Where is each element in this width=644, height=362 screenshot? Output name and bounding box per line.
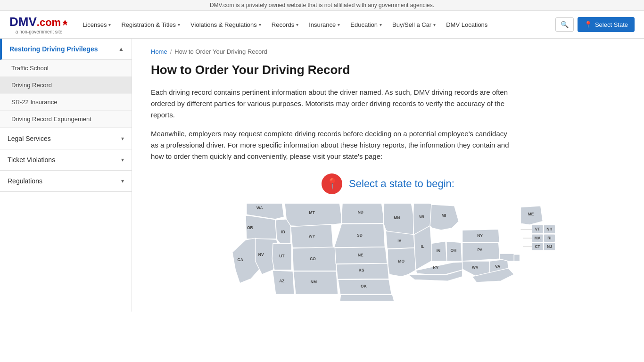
state-nj[interactable] [544,243,555,251]
chevron-down-icon: ▾ [121,178,124,184]
state-nd[interactable] [341,204,383,223]
logo[interactable]: DMV . com a non-government site [9,15,68,34]
nav-licenses[interactable]: Licenses ▾ [78,17,116,32]
state-tx[interactable] [339,295,395,301]
state-ne[interactable] [335,247,387,264]
state-ut[interactable] [272,243,291,270]
sidebar-section-title-restoring: Restoring Driving Privileges [9,45,98,53]
pin-circle-icon: 📍 [322,173,342,194]
chevron-down-icon: ▾ [259,22,261,27]
chevron-up-icon: ▲ [118,46,124,52]
state-select-text: Select a state to begin: [349,178,454,190]
state-ma[interactable] [532,234,543,242]
state-sd[interactable] [334,223,385,247]
nav-education[interactable]: Education ▾ [346,17,387,32]
us-map-container: WA OR CA ID NV MT WY [209,204,567,302]
sidebar-item-expungement[interactable]: Driving Record Expungement [0,111,132,128]
state-oh[interactable] [446,241,462,261]
sidebar: Restoring Driving Privileges ▲ Traffic S… [0,39,132,312]
nav-locations[interactable]: DMV Locations [441,17,492,32]
header-right: 🔍 📍 Select State [555,17,635,32]
header: DMV . com a non-government site Licenses… [0,11,644,39]
state-nh[interactable] [544,225,555,234]
state-pa[interactable] [462,243,500,261]
breadcrumb-home[interactable]: Home [151,48,167,55]
sidebar-section-title-regulations: Regulations [8,177,42,185]
chevron-down-icon: ▾ [338,22,340,27]
chevron-down-icon: ▾ [433,22,436,27]
nav-records[interactable]: Records ▾ [267,17,303,32]
chevron-down-icon: ▾ [380,22,382,27]
content-area: Home / How to Order Your Driving Record … [132,39,644,312]
state-de[interactable] [514,255,520,261]
page-title: How to Order Your Driving Record [151,63,625,77]
state-ny[interactable] [462,229,500,242]
sidebar-section-title-violations: Ticket Violations [8,156,55,164]
top-banner: DMV.com is a privately owned website tha… [0,0,644,11]
pin-icon: 📍 [584,21,592,28]
main-nav: Licenses ▾ Registration & Titles ▾ Viola… [78,17,555,32]
state-mi[interactable] [430,205,459,230]
state-wy[interactable] [291,224,333,248]
sidebar-section-restoring[interactable]: Restoring Driving Privileges ▲ [0,39,132,60]
nav-registration[interactable]: Registration & Titles ▾ [116,17,185,32]
breadcrumb-separator: / [170,48,172,55]
breadcrumb-current: How to Order Your Driving Record [174,48,267,55]
sidebar-section-title-legal: Legal Services [8,135,51,142]
chevron-down-icon: ▾ [296,22,298,27]
chevron-down-icon: ▾ [178,22,180,27]
state-select-cta: 📍 Select a state to begin: [151,173,625,194]
state-in[interactable] [431,241,447,261]
content-paragraph-1: Each driving record contains pertinent i… [151,87,509,121]
content-paragraph-2: Meanwhile, employers may request complet… [151,128,509,162]
sidebar-item-driving-record[interactable]: Driving Record [0,77,132,94]
chevron-down-icon: ▾ [121,156,124,163]
us-map: WA OR CA ID NV MT WY [209,204,567,301]
svg-marker-0 [62,20,68,25]
main-container: Restoring Driving Privileges ▲ Traffic S… [0,39,644,312]
nav-insurance[interactable]: Insurance ▾ [304,17,345,32]
sidebar-section-regulations[interactable]: Regulations ▾ [0,171,132,192]
select-state-button[interactable]: 📍 Select State [578,17,635,32]
state-ks[interactable] [336,263,389,280]
breadcrumb: Home / How to Order Your Driving Record [151,48,625,55]
state-ct[interactable] [532,243,543,251]
sidebar-section-violations[interactable]: Ticket Violations ▾ [0,149,132,171]
state-ok[interactable] [338,279,392,294]
chevron-down-icon: ▾ [121,135,124,142]
nav-buysell[interactable]: Buy/Sell a Car ▾ [388,17,440,32]
state-vt[interactable] [532,225,543,234]
state-az[interactable] [272,271,294,295]
state-nm[interactable] [293,272,338,295]
search-button[interactable]: 🔍 [555,17,574,32]
nav-violations[interactable]: Violations & Regulations ▾ [186,17,266,32]
state-ri[interactable] [544,234,555,242]
state-mt[interactable] [284,204,341,227]
sidebar-item-sr22[interactable]: SR-22 Insurance [0,94,132,111]
sidebar-sub-items-restoring: Traffic School Driving Record SR-22 Insu… [0,60,132,128]
sidebar-section-legal[interactable]: Legal Services ▾ [0,128,132,149]
state-me[interactable] [520,206,543,225]
state-id[interactable] [276,219,291,246]
state-mo[interactable] [388,248,416,277]
chevron-down-icon: ▾ [108,22,111,27]
sidebar-item-traffic-school[interactable]: Traffic School [0,60,132,77]
state-co[interactable] [292,247,337,271]
